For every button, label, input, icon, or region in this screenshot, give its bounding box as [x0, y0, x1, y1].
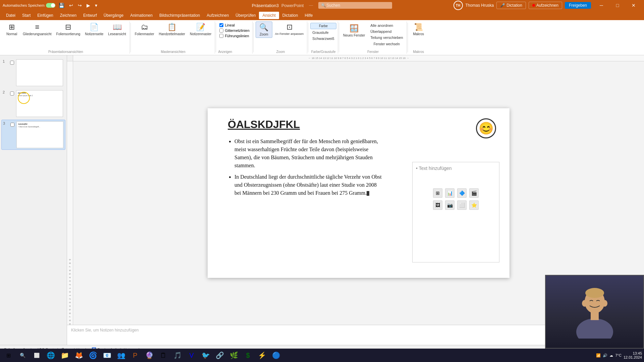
menu-einfuegen[interactable]: Einfügen [34, 12, 56, 19]
lineal-checkbox[interactable] [219, 23, 223, 27]
ribbon-btn-folienmaster[interactable]: 🗂 Folienmaster [133, 21, 156, 37]
ribbon-btn-gliederung[interactable]: ≡ Gliederungsansicht [21, 21, 54, 37]
ribbon-btn-ueberlappend[interactable]: Überlappend [368, 29, 405, 34]
slide-preview-3: öalskdjfkl • Obst ist ein Sammelbegriff.… [16, 121, 63, 148]
menu-start[interactable]: Start [19, 12, 34, 19]
dictation-button[interactable]: 🎤 Dictation [496, 2, 526, 9]
taskbar-edge-icon[interactable]: 🌐 [44, 349, 57, 361]
ribbon-btn-schwarzweiss[interactable]: Schwarzweiß [310, 36, 336, 41]
task-view-button[interactable]: ⬜ [30, 349, 43, 361]
save-icon[interactable]: 💾 [57, 2, 66, 9]
check-gitternetz[interactable]: Gitternetzlinien [218, 28, 251, 33]
check-fuehrungslinien[interactable]: Führungslinien [218, 34, 251, 38]
ribbon-group-presentation-views: ⊞ Normal ≡ Gliederungsansicht ⊟ Folienso… [2, 21, 130, 54]
ribbon-btn-leseansicht[interactable]: 📖 Leseansicht [106, 21, 128, 37]
maximize-button[interactable]: □ [610, 0, 625, 11]
chart-insert-icon[interactable]: 📊 [445, 188, 454, 198]
taskbar-chrome-icon[interactable]: 🌀 [87, 349, 99, 361]
check-lineal[interactable]: Lineal [218, 23, 251, 27]
menu-entwurf[interactable]: Entwurf [80, 12, 100, 19]
fuehrungslinien-checkbox[interactable] [219, 34, 223, 38]
ribbon-btn-fenster-wechseln[interactable]: Fenster wechseln [368, 41, 405, 47]
ribbon-btn-graustufe[interactable]: Graustufe [310, 30, 336, 35]
ribbon-btn-foliensortierung[interactable]: ⊟ Foliensortierung [54, 21, 83, 37]
taskbar-extra4-icon[interactable]: V [185, 349, 198, 361]
ribbon-btn-alle-anordnen[interactable]: Alle anordnen [368, 23, 405, 28]
stock-insert-icon[interactable]: 📷 [445, 200, 454, 210]
taskbar-firefox-icon[interactable]: 🦊 [72, 349, 85, 361]
taskbar-powerpoint-icon[interactable]: P [129, 349, 142, 361]
taskbar-extra6-icon[interactable]: 🔗 [213, 349, 226, 361]
slide-checkbox-1[interactable] [10, 61, 14, 65]
undo-icon[interactable]: ↩ [68, 2, 74, 9]
share-button[interactable]: Freigeben [565, 2, 591, 9]
qa-dropdown-icon[interactable]: ▾ [94, 2, 99, 9]
media-insert-icon[interactable]: 🎬 [469, 188, 479, 198]
menu-datei[interactable]: Datei [3, 12, 19, 19]
taskbar-extra8-icon[interactable]: $ [241, 349, 254, 361]
ribbon-btn-zoom[interactable]: 🔍 Zoom [256, 21, 272, 38]
autosave-toggle[interactable]: Automatisches Speichern [3, 3, 55, 8]
slide-num-3: 3 [3, 121, 8, 125]
menu-aufzeichnen[interactable]: Aufzeichnen [203, 12, 232, 19]
smartart-insert-icon[interactable]: 🔷 [457, 188, 467, 198]
record-button[interactable]: Aufzeichnen [529, 2, 562, 9]
slide-thumb-2[interactable]: 2 ast fkafa Lorem ipsum slide 2 [1, 89, 65, 118]
menu-uebergaenge[interactable]: Übergänge [100, 12, 127, 19]
system-clock[interactable]: 13:45 12.01.2024 [624, 351, 642, 359]
slide-checkbox-3[interactable] [10, 123, 14, 127]
taskbar-outlook-icon[interactable]: 📧 [101, 349, 113, 361]
ribbon-btn-handzettelmaster[interactable]: 📋 Handzettelmaster [157, 21, 187, 37]
slide-thumb-3[interactable]: 3 öalskdjfkl • Obst ist ein Sammelbegrif… [1, 120, 65, 150]
gitternetz-checkbox[interactable] [219, 28, 223, 33]
ribbon-btn-normal[interactable]: ⊞ Normal [3, 21, 20, 37]
right-box-title: • Text hinzufügen [416, 166, 452, 171]
slide-right-box[interactable]: • Text hinzufügen ⊞ 📊 🔷 🎬 🖼 [412, 162, 499, 262]
ribbon-btn-fit-window[interactable]: ⊡ An Fenster anpassen [273, 21, 306, 38]
taskbar-extra1-icon[interactable]: 🔮 [143, 349, 156, 361]
shape-insert-icon[interactable]: ⬜ [457, 200, 467, 210]
tray-network-icon[interactable]: 📶 [596, 353, 601, 358]
taskbar-extra7-icon[interactable]: 🌿 [227, 349, 240, 361]
menu-bildschirm[interactable]: Bildschirmpräsentation [156, 12, 203, 19]
toggle-track[interactable] [46, 3, 55, 8]
close-button[interactable]: ✕ [626, 0, 641, 11]
taskbar-teams-icon[interactable]: 👥 [115, 349, 127, 361]
master-views-row: 🗂 Folienmaster 📋 Handzettelmaster 📝 Noti… [133, 21, 214, 37]
menu-animationen[interactable]: Animationen [127, 12, 156, 19]
ribbon-btn-neues-fenster[interactable]: 🪟 Neues Fenster [341, 23, 367, 47]
taskbar-extra10-icon[interactable]: 🔵 [270, 349, 282, 361]
ribbon-btn-teilung[interactable]: Teilung verschieben [368, 35, 405, 40]
search-taskbar-button[interactable]: 🔍 [16, 349, 29, 361]
slide-body[interactable]: Obst ist ein Sammelbegriff der für den M… [208, 134, 402, 204]
ribbon-btn-farbe[interactable]: Farbe [310, 23, 336, 29]
menu-hilfe[interactable]: Hilfe [301, 12, 316, 19]
table-insert-icon[interactable]: ⊞ [433, 188, 442, 198]
menu-ansicht[interactable]: Ansicht [259, 12, 279, 19]
smiley-icon: 😊 [476, 118, 496, 138]
tray-volume-icon[interactable]: 🔊 [603, 353, 607, 358]
menu-ueberpruefen[interactable]: Überprüfen [232, 12, 259, 19]
menu-dictation[interactable]: Dictation [279, 12, 302, 19]
windows-start-button[interactable]: ⊞ [2, 349, 15, 361]
ribbon-btn-notizenseite[interactable]: 📄 Notizenseite [83, 21, 105, 37]
minimize-button[interactable]: ─ [594, 0, 609, 11]
taskbar-extra9-icon[interactable]: ⚡ [256, 349, 268, 361]
slide-thumb-1[interactable]: 1 [1, 58, 65, 87]
search-input[interactable] [318, 2, 392, 9]
notes-master-icon: 📝 [196, 23, 205, 32]
taskbar-explorer-icon[interactable]: 📁 [58, 349, 71, 361]
ribbon-btn-notizenmaster[interactable]: 📝 Notizenmaster [188, 21, 213, 37]
present-icon[interactable]: ▶ [85, 2, 92, 9]
taskbar-extra2-icon[interactable]: 🗒 [157, 349, 170, 361]
taskbar-extra3-icon[interactable]: 🎵 [171, 349, 184, 361]
redo-icon[interactable]: ↪ [76, 2, 83, 9]
menu-zeichnen[interactable]: Zeichnen [57, 12, 80, 19]
taskbar-extra5-icon[interactable]: 🐦 [199, 349, 212, 361]
slide-checkbox-2[interactable] [10, 92, 14, 96]
icon-insert-icon[interactable]: ⭐ [469, 200, 479, 210]
slide-title[interactable]: ÖALSKDJFKL [208, 108, 509, 134]
ribbon-btn-makros[interactable]: 📜 Makros [410, 21, 427, 37]
picture-insert-icon[interactable]: 🖼 [433, 200, 442, 210]
ribbon-group-window: 🪟 Neues Fenster Alle anordnen Überlappen… [340, 21, 407, 54]
